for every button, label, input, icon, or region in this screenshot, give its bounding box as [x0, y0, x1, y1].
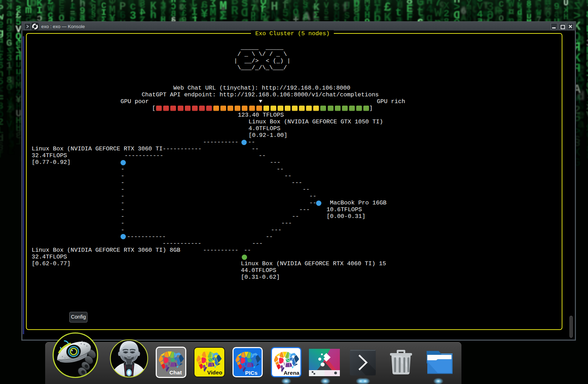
svg-text:f: f [0, 149, 4, 160]
svg-text:L: L [16, 136, 22, 147]
svg-text:V: V [6, 119, 12, 130]
svg-text:8: 8 [586, 151, 588, 162]
svg-text:£: £ [9, 146, 15, 157]
